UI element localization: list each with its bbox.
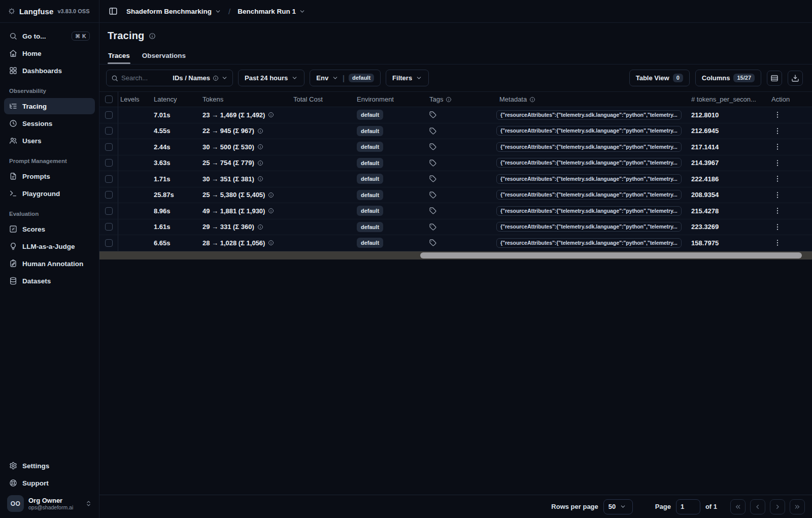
horizontal-scrollbar[interactable]: [99, 251, 812, 260]
table-row[interactable]: 3.63s 25 → 754 (Σ 779) default {"resourc…: [99, 155, 812, 172]
sidebar-item-users[interactable]: Users: [4, 133, 95, 149]
table-row[interactable]: 7.01s 23 → 1,469 (Σ 1,492) default {"res…: [99, 107, 812, 123]
metadata-pill[interactable]: {"resourceAttributes":{"telemetry.sdk.la…: [496, 110, 682, 120]
row-checkbox[interactable]: [105, 239, 113, 247]
table-row[interactable]: 1.61s 29 → 331 (Σ 360) default {"resourc…: [99, 219, 812, 236]
sidebar-item-sessions[interactable]: Sessions: [4, 115, 95, 132]
metadata-pill[interactable]: {"resourceAttributes":{"telemetry.sdk.la…: [496, 126, 682, 136]
metadata-pill[interactable]: {"resourceAttributes":{"telemetry.sdk.la…: [496, 190, 682, 200]
search-input[interactable]: [121, 74, 170, 82]
row-checkbox[interactable]: [105, 175, 113, 183]
user-menu[interactable]: OO Org Owner ops@shadeform.ai: [4, 492, 95, 514]
kebab-menu-icon[interactable]: [773, 143, 782, 151]
row-checkbox[interactable]: [105, 111, 113, 119]
table-row[interactable]: 6.65s 28 → 1,028 (Σ 1,056) default {"res…: [99, 235, 812, 251]
row-checkbox[interactable]: [105, 191, 113, 199]
kebab-menu-icon[interactable]: [773, 191, 782, 199]
tag-icon[interactable]: [429, 127, 436, 135]
rows-per-page-select[interactable]: 50: [603, 499, 633, 514]
sidebar-item-scores[interactable]: Scores: [4, 221, 95, 237]
export-button[interactable]: [788, 71, 803, 86]
kebab-menu-icon[interactable]: [773, 223, 782, 231]
sidebar-item-datasets[interactable]: Datasets: [4, 273, 95, 289]
last-page-button[interactable]: [790, 499, 805, 514]
row-checkbox[interactable]: [105, 159, 113, 167]
metadata-pill[interactable]: {"resourceAttributes":{"telemetry.sdk.la…: [496, 142, 682, 152]
filters-button[interactable]: Filters: [386, 70, 429, 86]
row-checkbox[interactable]: [105, 223, 113, 231]
column-header-metadata[interactable]: Metadata: [495, 95, 689, 103]
sidebar-item-human-annotation[interactable]: Human Annotation: [4, 255, 95, 272]
tag-icon[interactable]: [429, 175, 436, 182]
tag-icon[interactable]: [429, 159, 436, 167]
select-all-checkbox[interactable]: [105, 95, 113, 103]
tab-observations[interactable]: Observations: [142, 48, 186, 64]
info-icon[interactable]: [268, 208, 274, 214]
table-row[interactable]: 4.55s 22 → 945 (Σ 967) default {"resourc…: [99, 123, 812, 140]
metadata-pill[interactable]: {"resourceAttributes":{"telemetry.sdk.la…: [496, 174, 682, 184]
metadata-pill[interactable]: {"resourceAttributes":{"telemetry.sdk.la…: [496, 158, 682, 168]
table-row[interactable]: 1.71s 30 → 351 (Σ 381) default {"resourc…: [99, 171, 812, 187]
table-row[interactable]: 8.96s 49 → 1,881 (Σ 1,930) default {"res…: [99, 203, 812, 219]
time-range-select[interactable]: Past 24 hours: [238, 70, 304, 86]
sidebar-item-tracing[interactable]: Tracing: [4, 98, 95, 114]
column-header-environment[interactable]: Environment: [355, 95, 429, 103]
tag-icon[interactable]: [429, 239, 436, 246]
metadata-pill[interactable]: {"resourceAttributes":{"telemetry.sdk.la…: [496, 222, 682, 232]
kebab-menu-icon[interactable]: [773, 239, 782, 247]
table-row[interactable]: 25.87s 25 → 5,380 (Σ 5,405) default {"re…: [99, 187, 812, 204]
scrollbar-thumb[interactable]: [420, 252, 802, 258]
sidebar-item-llm-as-a-judge[interactable]: LLM-as-a-Judge: [4, 238, 95, 254]
info-icon[interactable]: [268, 112, 274, 118]
metadata-pill[interactable]: {"resourceAttributes":{"telemetry.sdk.la…: [496, 206, 682, 216]
table-view-button[interactable]: Table View 0: [629, 70, 690, 86]
breadcrumb-org[interactable]: Shadeform Benchmarking: [125, 8, 222, 15]
column-header-levels[interactable]: Levels: [118, 95, 152, 103]
next-page-button[interactable]: [770, 499, 785, 514]
info-icon[interactable]: [257, 128, 263, 134]
sidebar-item-home[interactable]: Home: [4, 45, 95, 61]
goto-search[interactable]: Go to... ⌘ K: [4, 28, 95, 44]
env-filter[interactable]: Env | default: [310, 70, 381, 86]
info-icon[interactable]: [257, 160, 263, 166]
row-checkbox[interactable]: [105, 207, 113, 215]
kebab-menu-icon[interactable]: [773, 175, 782, 183]
tag-icon[interactable]: [429, 111, 436, 118]
tag-icon[interactable]: [429, 191, 436, 199]
tag-icon[interactable]: [429, 223, 436, 231]
sidebar-toggle-button[interactable]: [106, 4, 120, 18]
info-icon[interactable]: [149, 33, 156, 40]
info-icon[interactable]: [257, 144, 263, 150]
sidebar-item-support[interactable]: Support: [4, 475, 95, 491]
first-page-button[interactable]: [730, 499, 746, 514]
column-header-latency[interactable]: Latency: [152, 95, 200, 103]
row-height-button[interactable]: [767, 71, 782, 86]
breadcrumb-project[interactable]: Benchmark Run 1: [236, 8, 307, 15]
columns-button[interactable]: Columns 15/27: [695, 70, 761, 86]
table-row[interactable]: 2.44s 30 → 500 (Σ 530) default {"resourc…: [99, 139, 812, 155]
page-input[interactable]: [676, 499, 700, 514]
info-icon[interactable]: [268, 240, 274, 246]
metadata-pill[interactable]: {"resourceAttributes":{"telemetry.sdk.la…: [496, 238, 682, 248]
column-header-total-cost[interactable]: Total Cost: [291, 95, 355, 103]
column-header-tokens-per-second[interactable]: # tokens_per_secon...: [689, 95, 768, 103]
kebab-menu-icon[interactable]: [773, 111, 782, 119]
sidebar-item-settings[interactable]: Settings: [4, 458, 95, 474]
sidebar-item-playground[interactable]: Playground: [4, 185, 95, 202]
kebab-menu-icon[interactable]: [773, 159, 782, 167]
sidebar-item-prompts[interactable]: Prompts: [4, 168, 95, 184]
info-icon[interactable]: [257, 224, 263, 230]
kebab-menu-icon[interactable]: [773, 127, 782, 135]
tag-icon[interactable]: [429, 143, 436, 150]
column-header-tags[interactable]: Tags: [429, 95, 495, 103]
previous-page-button[interactable]: [750, 499, 765, 514]
tab-traces[interactable]: Traces: [108, 48, 130, 64]
kebab-menu-icon[interactable]: [773, 207, 782, 215]
row-checkbox[interactable]: [105, 143, 113, 151]
info-icon[interactable]: [268, 192, 274, 198]
column-header-tokens[interactable]: Tokens: [200, 95, 291, 103]
info-icon[interactable]: [257, 176, 263, 182]
row-checkbox[interactable]: [105, 127, 113, 135]
search-scope-select[interactable]: IDs / Names: [173, 74, 228, 82]
sidebar-item-dashboards[interactable]: Dashboards: [4, 62, 95, 79]
